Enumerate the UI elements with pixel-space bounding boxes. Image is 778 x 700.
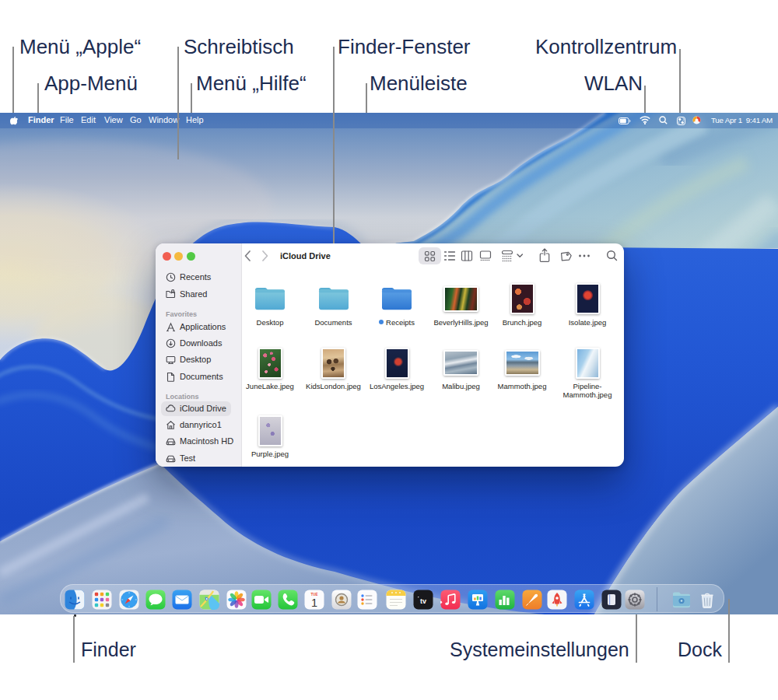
- svg-text:1: 1: [310, 596, 317, 608]
- svg-text:tv: tv: [419, 597, 426, 604]
